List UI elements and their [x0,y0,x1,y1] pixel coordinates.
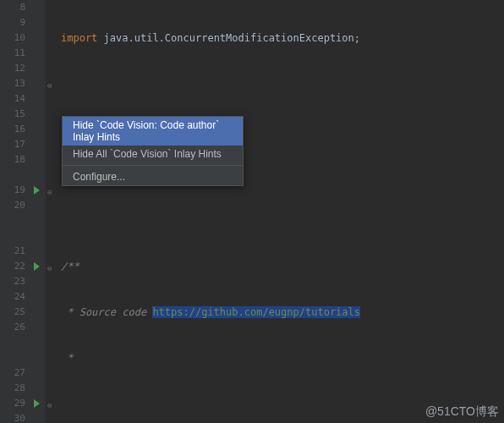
line-number: 18 [0,152,25,168]
fold-gutter: ⊖ ⊖ ⊖ ⊖ [46,0,58,423]
javadoc-text: * Source code [61,306,152,318]
code-editor: 8 9 10 11 12 13 14 15 16 17 18 19 20 21 … [0,0,504,423]
line-number: 21 [0,244,25,259]
menu-hide-all-code-vision-hints[interactable]: Hide All `Code Vision` Inlay Hints [63,146,243,162]
line-number: 26 [0,320,25,335]
javadoc-open: /** [61,261,79,272]
line-number: 22 [0,259,25,274]
line-number: 11 [0,46,25,61]
fold-toggle-icon[interactable]: ⊖ [46,259,58,274]
line-number: 13 [0,76,25,91]
run-gutter [32,0,46,423]
menu-hide-code-author-hints[interactable]: Hide `Code Vision: Code author` Inlay Hi… [63,117,243,146]
keyword: import [61,32,97,44]
code-text: java.util.ConcurrentModificationExceptio… [97,32,360,44]
line-number: 23 [0,274,25,289]
menu-separator [63,165,243,166]
context-menu: Hide `Code Vision: Code author` Inlay Hi… [62,116,244,186]
line-number: 27 [0,365,25,381]
line-number: 28 [0,381,25,396]
run-test-icon[interactable] [32,396,46,411]
line-number [0,168,25,183]
line-number: 20 [0,198,25,213]
line-number-gutter: 8 9 10 11 12 13 14 15 16 17 18 19 20 21 … [0,0,32,423]
watermark: @51CTO博客 [425,404,499,420]
url-link[interactable]: https://github.com/eugnp/tutorials [152,306,360,318]
run-test-icon[interactable] [32,259,46,274]
line-number: 8 [0,0,25,15]
line-number: 14 [0,91,25,107]
line-number: 12 [0,61,25,76]
line-number: 29 [0,396,25,411]
line-number: 30 [0,411,25,423]
line-number: 10 [0,30,25,46]
line-number: 9 [0,15,25,30]
line-number [0,213,25,228]
fold-toggle-icon[interactable]: ⊖ [46,396,58,411]
line-number [0,228,25,244]
javadoc-text: * [61,352,73,364]
line-number: 17 [0,137,25,152]
line-number: 25 [0,305,25,320]
line-number: 24 [0,289,25,305]
fold-toggle-icon[interactable]: ⊖ [46,76,58,91]
menu-configure[interactable]: Configure... [63,168,243,185]
code-area[interactable]: import java.util.ConcurrentModificationE… [58,0,504,423]
line-number: 19 [0,183,25,198]
line-number: 16 [0,122,25,137]
line-number: 15 [0,107,25,122]
fold-toggle-icon[interactable]: ⊖ [46,183,58,198]
line-number [0,335,25,350]
line-number [0,350,25,365]
run-test-icon[interactable] [32,183,46,198]
